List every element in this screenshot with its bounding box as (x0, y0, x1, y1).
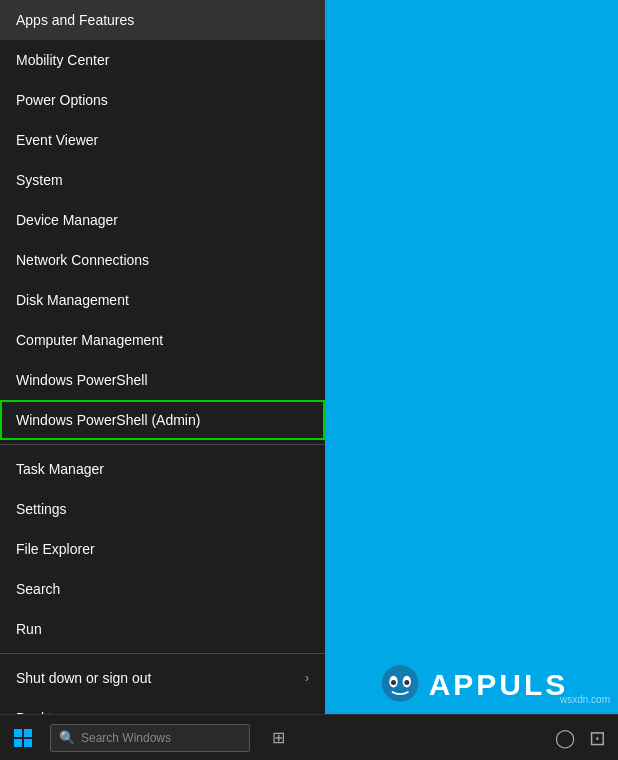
menu-item-label: Mobility Center (16, 52, 109, 68)
taskbar-right-area: ◯ ⊡ (555, 726, 618, 750)
taskbar-search-box[interactable]: 🔍 Search Windows (50, 724, 250, 752)
menu-item-windows-powershell[interactable]: Windows PowerShell (0, 360, 325, 400)
task-view-icon: ⊞ (272, 728, 285, 747)
menu-item-label: Run (16, 621, 42, 637)
menu-item-label: Computer Management (16, 332, 163, 348)
menu-item-windows-powershell-admin[interactable]: Windows PowerShell (Admin) (0, 400, 325, 440)
menu-item-label: System (16, 172, 63, 188)
task-view-button[interactable]: ⊞ (258, 715, 298, 761)
menu-item-file-explorer[interactable]: File Explorer (0, 529, 325, 569)
appuals-mascot-icon (375, 660, 425, 710)
taskbar: 🔍 Search Windows ⊞ ◯ ⊡ (0, 714, 618, 760)
svg-point-0 (381, 665, 418, 702)
svg-rect-5 (14, 729, 22, 737)
taskbar-search-text: Search Windows (81, 731, 171, 745)
taskbar-search-placeholder: 🔍 (59, 730, 75, 745)
windows-icon (14, 729, 32, 747)
svg-point-3 (390, 680, 395, 685)
menu-item-settings[interactable]: Settings (0, 489, 325, 529)
menu-item-label: Windows PowerShell (16, 372, 148, 388)
svg-rect-7 (14, 739, 22, 747)
menu-item-search[interactable]: Search (0, 569, 325, 609)
menu-item-network-connections[interactable]: Network Connections (0, 240, 325, 280)
svg-point-4 (404, 680, 409, 685)
menu-item-label: Event Viewer (16, 132, 98, 148)
start-button[interactable] (0, 715, 46, 761)
context-menu-panel: Apps and FeaturesMobility CenterPower Op… (0, 0, 325, 760)
menu-item-label: Task Manager (16, 461, 104, 477)
menu-item-shutdown-sign-out[interactable]: Shut down or sign out› (0, 658, 325, 698)
menu-divider (0, 444, 325, 445)
appuals-brand-text: APPULS (429, 668, 569, 702)
cortana-icon[interactable]: ◯ (555, 727, 575, 749)
menu-items-list: Apps and FeaturesMobility CenterPower Op… (0, 0, 325, 760)
menu-item-run[interactable]: Run (0, 609, 325, 649)
menu-item-apps-features[interactable]: Apps and Features (0, 0, 325, 40)
menu-item-label: Search (16, 581, 60, 597)
menu-item-label: Network Connections (16, 252, 149, 268)
menu-item-label: Apps and Features (16, 12, 134, 28)
menu-item-label: Settings (16, 501, 67, 517)
menu-item-label: Power Options (16, 92, 108, 108)
menu-item-label: File Explorer (16, 541, 95, 557)
menu-item-event-viewer[interactable]: Event Viewer (0, 120, 325, 160)
menu-item-system[interactable]: System (0, 160, 325, 200)
watermark: wsxdn.com (560, 694, 610, 705)
menu-item-label: Device Manager (16, 212, 118, 228)
svg-rect-8 (24, 739, 32, 747)
svg-rect-6 (24, 729, 32, 737)
desktop-panel: APPULS wsxdn.com (325, 0, 618, 760)
menu-item-mobility-center[interactable]: Mobility Center (0, 40, 325, 80)
menu-item-label: Disk Management (16, 292, 129, 308)
menu-item-computer-management[interactable]: Computer Management (0, 320, 325, 360)
menu-item-disk-management[interactable]: Disk Management (0, 280, 325, 320)
menu-item-device-manager[interactable]: Device Manager (0, 200, 325, 240)
menu-item-label: Windows PowerShell (Admin) (16, 412, 200, 428)
action-center-icon[interactable]: ⊡ (589, 726, 606, 750)
menu-divider (0, 653, 325, 654)
submenu-arrow-icon: › (305, 671, 309, 685)
appuals-logo: APPULS (375, 660, 569, 710)
menu-item-task-manager[interactable]: Task Manager (0, 449, 325, 489)
menu-item-power-options[interactable]: Power Options (0, 80, 325, 120)
menu-item-label: Shut down or sign out (16, 670, 151, 686)
